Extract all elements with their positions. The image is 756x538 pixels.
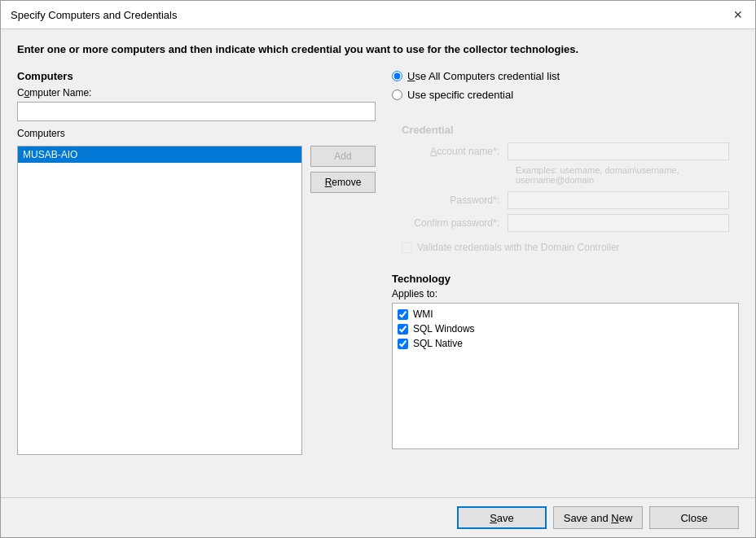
computers-row: MUSAB-AIO Add Remove [17, 142, 376, 484]
account-name-input [508, 142, 729, 160]
applies-to-label: Applies to: [392, 288, 739, 300]
password-label: Password*: [402, 195, 508, 206]
close-icon[interactable]: ✕ [731, 7, 745, 22]
computers-list-label: Computers [17, 128, 376, 139]
sql-windows-label: SQL Windows [413, 323, 475, 335]
validate-row: Validate credentials with the Domain Con… [402, 242, 729, 253]
radio-use-all-label-text: Use All Computers credential list [407, 70, 560, 82]
radio-use-specific-item: Use specific credential [392, 89, 739, 101]
examples-text: Examples: username, domain\username, use… [516, 165, 729, 185]
save-and-new-button-label: Save and New [564, 512, 633, 524]
footer: Save Save and New Close [1, 497, 755, 537]
computers-section-label: Computers [17, 70, 376, 82]
button-group: Add Remove [310, 142, 376, 193]
save-and-new-button[interactable]: Save and New [553, 506, 643, 529]
password-row: Password*: [402, 191, 729, 209]
technology-section-label: Technology [392, 273, 739, 285]
computer-name-label: Computer Name: [17, 87, 376, 98]
confirm-password-input [508, 214, 729, 232]
save-button-label: Save [490, 512, 514, 524]
confirm-password-row: Confirm password*: [402, 214, 729, 232]
tech-item-sql-windows: SQL Windows [398, 323, 733, 335]
wmi-label: WMI [413, 308, 433, 320]
main-content: Computers Computer Name: Computers MUSAB… [17, 70, 739, 484]
sql-native-checkbox[interactable] [398, 339, 408, 349]
list-item[interactable]: MUSAB-AIO [18, 147, 301, 163]
dialog-window: Specify Computers and Credentials ✕ Ente… [0, 0, 756, 538]
radio-use-specific[interactable] [392, 90, 402, 100]
credential-section: Credential Account name*: Examples: user… [392, 117, 739, 260]
computers-list: MUSAB-AIO [17, 146, 302, 455]
dialog-body: Enter one or more computers and then ind… [1, 29, 755, 497]
confirm-password-label: Confirm password*: [402, 217, 508, 229]
right-panel: Use All Computers credential list Use sp… [392, 70, 739, 484]
radio-use-all[interactable] [392, 71, 402, 81]
account-name-row: Account name*: [402, 142, 729, 160]
sql-windows-checkbox[interactable] [398, 324, 408, 335]
save-button[interactable]: Save [457, 506, 547, 529]
dialog-title: Specify Computers and Credentials [11, 9, 178, 21]
computer-name-label-text: Computer Name: [17, 87, 91, 98]
title-bar: Specify Computers and Credentials ✕ [1, 1, 755, 29]
left-panel: Computers Computer Name: Computers MUSAB… [17, 70, 376, 484]
wmi-checkbox[interactable] [398, 309, 408, 320]
credential-section-label: Credential [402, 124, 729, 136]
tech-item-wmi: WMI [398, 308, 733, 320]
validate-label: Validate credentials with the Domain Con… [417, 242, 620, 253]
close-button[interactable]: Close [649, 506, 739, 529]
radio-use-all-label[interactable]: Use All Computers credential list [407, 70, 560, 82]
technology-list: WMI SQL Windows SQL Native [392, 303, 739, 449]
computers-list-wrapper: MUSAB-AIO [17, 142, 302, 455]
account-name-label: Account name*: [402, 146, 508, 157]
remove-button-label: Remove [325, 177, 362, 188]
validate-checkbox [402, 243, 412, 253]
radio-group: Use All Computers credential list Use sp… [392, 70, 739, 107]
password-input [508, 191, 729, 209]
sql-native-label: SQL Native [413, 338, 463, 349]
remove-button[interactable]: Remove [310, 172, 376, 193]
radio-use-specific-label-text: Use specific credential [407, 89, 513, 101]
technology-section: Technology Applies to: WMI SQL Windows [392, 273, 739, 449]
computer-name-row: Computer Name: [17, 87, 376, 121]
computer-name-input[interactable] [17, 102, 376, 121]
tech-item-sql-native: SQL Native [398, 338, 733, 349]
radio-use-specific-label[interactable]: Use specific credential [407, 89, 513, 101]
radio-use-all-item: Use All Computers credential list [392, 70, 739, 82]
add-button[interactable]: Add [310, 146, 376, 167]
intro-text: Enter one or more computers and then ind… [17, 42, 739, 57]
